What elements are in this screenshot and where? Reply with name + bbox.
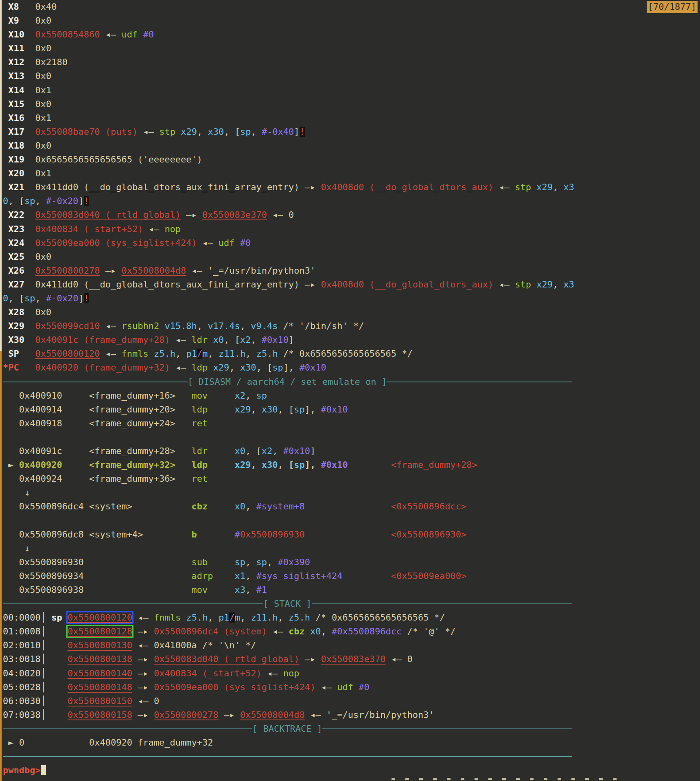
address-link: 0x5500800148 bbox=[68, 682, 132, 692]
disasm-row-0x400918: 0x400918 <frame_dummy+24> ret bbox=[3, 417, 700, 430]
register-row-x27-wrap: 0, [sp, #-0x20]! bbox=[3, 292, 700, 305]
register-operand: x30 bbox=[208, 127, 224, 137]
register-row-sp: SP 0x5500800120 ◂— fnmls z5.h, p1/m, z11… bbox=[3, 347, 700, 361]
disasm-row-0x5500896dc4: 0x5500896dc4 <system> cbz x0, #system+8 … bbox=[3, 500, 700, 513]
disasm-row-0x5500896934: 0x5500896934 adrp x1, #sys_siglist+424 <… bbox=[3, 569, 700, 583]
register-name: X26 bbox=[3, 265, 24, 276]
text: /* '/bin/sh' */ bbox=[278, 321, 364, 331]
register-name: X19 bbox=[3, 154, 24, 165]
text: —▸ bbox=[132, 626, 154, 636]
mnemonic: ret bbox=[192, 418, 208, 428]
text: ◂— 0x41000a /* '\n' */ bbox=[132, 640, 256, 650]
register-operand: x1 bbox=[235, 571, 246, 581]
disasm-row-0x40091c: 0x40091c <frame_dummy+28> ldr x0, [x2, #… bbox=[3, 444, 700, 458]
text: , bbox=[245, 571, 256, 581]
immediate-operand: #0x390 bbox=[278, 557, 310, 567]
register-name: X17 bbox=[3, 127, 24, 137]
immediate-operand: #0x10 bbox=[262, 335, 289, 345]
text: 0x5500896dc8 <system+4> bbox=[3, 529, 192, 540]
text: , bbox=[321, 626, 332, 636]
register-name: X21 bbox=[3, 182, 24, 192]
register-name: SP bbox=[3, 349, 19, 359]
register-row-x16: X16 0x1 bbox=[3, 111, 700, 125]
address: 0x4008d0 (__do_global_dtors_aux) bbox=[321, 279, 493, 290]
terminal: X8 0x40 X9 0x0 X10 0x5500854860 ◂— udf #… bbox=[0, 0, 700, 777]
stack-row-05: 05:0028│ 0x5500800148 —▸ 0x55009ea000 (s… bbox=[3, 680, 700, 694]
text: , bbox=[245, 390, 256, 401]
immediate-operand: #0x5500896dcc bbox=[332, 626, 402, 636]
text bbox=[19, 349, 35, 359]
text bbox=[305, 501, 391, 511]
text: ◂— bbox=[132, 612, 154, 623]
text: ◂— bbox=[315, 682, 337, 692]
address: 0x55009ea000 (sys_siglist+424) bbox=[154, 682, 315, 692]
text: ] bbox=[78, 293, 83, 303]
stack-offset: 05:0028 bbox=[3, 682, 41, 692]
text: ◂— bbox=[267, 626, 289, 636]
stack-row-06: 06:0030│ 0x5500800150 ◂— 0 bbox=[3, 694, 700, 708]
register-operand: z11.h bbox=[219, 349, 245, 359]
disasm-row-0x400910: 0x400910 <frame_dummy+16> mov x2, sp bbox=[3, 389, 700, 403]
prompt-row[interactable]: pwndbg> bbox=[3, 763, 700, 777]
text: ◂— 0 bbox=[385, 654, 412, 664]
text: 0x0 bbox=[24, 71, 51, 81]
register-operand: x0 bbox=[235, 446, 246, 456]
register-row-x28: X28 0x0 bbox=[3, 305, 700, 319]
text bbox=[46, 654, 68, 664]
mnemonic: mov bbox=[192, 585, 208, 595]
text: —▸ bbox=[132, 682, 154, 692]
register-operand: z5.h bbox=[289, 612, 310, 623]
immediate-operand: #sys_siglist+424 bbox=[256, 571, 343, 581]
register-operand: z5.h bbox=[154, 349, 175, 359]
mnemonic: fnmls bbox=[121, 349, 148, 359]
register-row-x29: X29 0x550099cd10 ◂— rsubhn2 v15.8h, v17.… bbox=[3, 319, 700, 333]
mnemonic: cbz bbox=[289, 626, 305, 636]
register-operand: x2 bbox=[235, 390, 246, 401]
text bbox=[175, 460, 192, 470]
address: 0x55009ea000 (sys_siglist+424) bbox=[35, 238, 197, 248]
text: ◂— 0 bbox=[267, 210, 294, 220]
text: 0x5500896938 bbox=[3, 585, 192, 595]
text bbox=[235, 238, 240, 248]
immediate-operand: #0 bbox=[143, 29, 154, 39]
register-row-x30: X30 0x40091c (frame_dummy+28) ◂— ldr x0,… bbox=[3, 333, 700, 347]
text: ◂— bbox=[138, 127, 159, 137]
immediate-operand: # bbox=[235, 529, 240, 540]
text: , bbox=[267, 557, 278, 567]
address-link: 0x55008004d8 bbox=[121, 265, 186, 276]
address-link: 0x550083d040 (_rtld_global) bbox=[154, 654, 300, 664]
text: 0x0 bbox=[19, 15, 51, 26]
register-name: X18 bbox=[3, 140, 24, 151]
text bbox=[46, 612, 51, 623]
register-name: X27 bbox=[3, 279, 24, 290]
text: 0x0 bbox=[24, 99, 51, 109]
text: ◂— '_=/usr/bin/python3' bbox=[305, 710, 434, 720]
text: /* 0x6565656565656565 */ bbox=[310, 612, 445, 623]
register-operand: 0 bbox=[3, 196, 8, 206]
text: —▸ bbox=[132, 710, 154, 720]
text: , bbox=[175, 349, 186, 359]
text bbox=[181, 612, 186, 623]
register-row-pc: *PC 0x400920 (frame_dummy+32) ◂— ldp x29… bbox=[3, 361, 700, 375]
address-link: 0x5500800120 bbox=[35, 349, 100, 359]
register-operand: p1 bbox=[219, 612, 230, 623]
text bbox=[208, 585, 234, 595]
mnemonic: rsubhn2 bbox=[121, 321, 159, 331]
register-operand: x3 bbox=[564, 279, 575, 290]
address-link: 0x5500800140 bbox=[68, 668, 132, 678]
text: 0x5500896dc4 <system> bbox=[3, 501, 192, 511]
register-row-x12: X12 0x2180 bbox=[3, 55, 700, 69]
terminal-cursor[interactable] bbox=[41, 765, 46, 775]
scroll-position-badge: [70/1877] bbox=[647, 1, 698, 13]
column-separator: │ bbox=[41, 612, 46, 623]
address: <0x5500896930> bbox=[391, 529, 466, 540]
text: , bbox=[245, 349, 256, 359]
register-row-x8: X8 0x40 bbox=[3, 0, 700, 14]
immediate-operand: #0 bbox=[240, 238, 251, 248]
text: —▸ bbox=[132, 668, 154, 678]
text: —▸ bbox=[219, 710, 240, 720]
register-row-x20: X20 0x1 bbox=[3, 167, 700, 180]
column-separator: │ bbox=[41, 640, 46, 650]
text: , bbox=[553, 182, 564, 192]
text: , bbox=[35, 196, 46, 206]
